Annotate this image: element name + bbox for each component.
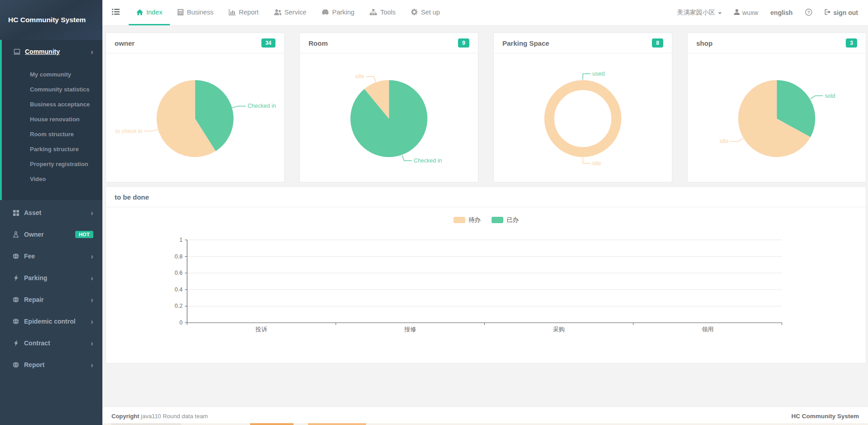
svg-text:to check in: to check in — [116, 128, 143, 134]
svg-text:领用: 领用 — [702, 326, 714, 333]
tab-label: Index — [146, 9, 162, 16]
shop-pie-chart: soldidle — [688, 53, 866, 182]
tab-business[interactable]: Business — [170, 0, 221, 25]
card-room: Room 9 Checked inidle — [299, 33, 478, 182]
bolt-icon — [12, 275, 20, 281]
sidebar-item-label: Fee — [24, 253, 35, 260]
bolt-icon — [12, 340, 20, 346]
chevron-right-icon: › — [91, 48, 93, 56]
caret-down-icon — [718, 12, 722, 14]
sidebar-subitem-parking-structure[interactable]: Parking structure — [2, 142, 102, 157]
bar-chart-icon — [229, 9, 236, 15]
svg-text:采购: 采购 — [553, 326, 565, 333]
language-switch[interactable]: english — [771, 9, 793, 16]
count-badge: 8 — [652, 38, 663, 48]
sidebar-item-report[interactable]: Report › — [0, 354, 102, 376]
svg-text:idle: idle — [720, 138, 729, 144]
stat-cards-row: owner 34 Checked into check in Room 9 Ch… — [106, 33, 866, 182]
gear-icon — [411, 9, 418, 15]
strip-segment — [308, 423, 366, 425]
grid-icon — [12, 210, 20, 216]
sidebar-subitem-business-acceptance[interactable]: Business acceptance — [2, 97, 102, 112]
sidebar-subitem-room-structure[interactable]: Room structure — [2, 127, 102, 142]
tab-report[interactable]: Report — [221, 0, 266, 25]
sidebar-item-owner[interactable]: Owner HOT — [0, 224, 102, 245]
chevron-right-icon: › — [91, 361, 93, 369]
user-menu[interactable]: wuxw — [734, 9, 758, 16]
sidebar-item-label: Owner — [24, 231, 44, 238]
chevron-right-icon: › — [91, 339, 93, 347]
card-owner: owner 34 Checked into check in — [106, 33, 285, 182]
sidebar-item-label: Parking — [24, 274, 47, 282]
legend-item-pending[interactable]: 待办 — [453, 216, 481, 224]
sidebar-section-community: Community › My community Community stati… — [0, 40, 102, 200]
laptop-icon — [13, 49, 21, 55]
question-circle-icon: ? — [805, 9, 812, 17]
globe-icon — [12, 296, 20, 303]
community-selector-label: 美满家园小区 — [677, 9, 715, 17]
todo-card: to be done 待办 已办 00.20.40.60.81投诉报修采购领用 — [106, 186, 866, 363]
community-submenu: My community Community statistics Busine… — [2, 63, 102, 188]
chevron-right-icon: › — [91, 209, 93, 217]
card-header: Parking Space 8 — [494, 33, 672, 53]
tab-label: Report — [239, 9, 259, 16]
todo-bar-chart: 00.20.40.60.81投诉报修采购领用 — [106, 225, 866, 361]
sidebar-item-epidemic-control[interactable]: Epidemic control › — [0, 310, 102, 332]
sidebar-item-repair[interactable]: Repair › — [0, 289, 102, 310]
svg-text:idle: idle — [356, 73, 365, 80]
card-header: Room 9 — [300, 33, 478, 53]
community-selector[interactable]: 美满家园小区 — [677, 9, 722, 17]
globe-icon — [12, 318, 20, 325]
sidebar-item-parking[interactable]: Parking › — [0, 267, 102, 289]
parking-donut-chart: usedidle — [494, 53, 672, 182]
svg-text:0.8: 0.8 — [175, 253, 183, 260]
svg-text:报修: 报修 — [404, 326, 416, 333]
legend-item-done[interactable]: 已办 — [492, 216, 519, 224]
tab-index[interactable]: Index — [129, 0, 170, 25]
room-pie-chart: Checked inidle — [300, 53, 478, 182]
sidebar: HC Community System Community › My commu… — [0, 0, 102, 425]
sidebar-item-community[interactable]: Community › — [2, 40, 102, 63]
chevron-right-icon: › — [91, 296, 93, 304]
sidebar-nav: Community › My community Community stati… — [0, 40, 102, 376]
sidebar-item-asset[interactable]: Asset › — [0, 202, 102, 224]
main-content: owner 34 Checked into check in Room 9 Ch… — [102, 26, 868, 406]
footer-brand: HC Community System — [791, 413, 859, 420]
list-menu-icon — [112, 9, 120, 17]
tab-set-up[interactable]: Set up — [403, 0, 448, 25]
sidebar-item-fee[interactable]: Fee › — [0, 245, 102, 267]
sidebar-item-label: Contract — [24, 339, 50, 347]
svg-text:used: used — [593, 71, 605, 77]
sidebar-subitem-video[interactable]: Video — [2, 172, 102, 186]
chevron-right-icon: › — [91, 318, 93, 325]
sidebar-subitem-house-renovation[interactable]: House renovation — [2, 112, 102, 127]
sidebar-item-label: Report — [24, 361, 44, 368]
legend-swatch — [453, 217, 465, 223]
menu-toggle-button[interactable] — [102, 0, 129, 25]
help-button[interactable]: ? — [805, 9, 812, 17]
sidebar-subitem-property-registration[interactable]: Property registration — [2, 157, 102, 172]
card-parking-space: Parking Space 8 usedidle — [493, 33, 672, 182]
chevron-right-icon: › — [91, 253, 93, 260]
user-outline-icon — [12, 231, 20, 238]
svg-text:0: 0 — [179, 320, 183, 326]
username: wuxw — [743, 9, 758, 16]
sign-out-button[interactable]: sign out — [825, 9, 858, 16]
sidebar-subitem-my-community[interactable]: My community — [2, 67, 102, 82]
svg-text:Checked in: Checked in — [414, 158, 442, 164]
svg-text:?: ? — [807, 10, 810, 14]
hot-badge: HOT — [75, 231, 93, 238]
sidebar-subitem-community-statistics[interactable]: Community statistics — [2, 82, 102, 97]
sign-out-label: sign out — [834, 9, 858, 16]
globe-icon — [12, 362, 20, 368]
tab-tools[interactable]: Tools — [362, 0, 403, 25]
tab-service[interactable]: Service — [266, 0, 314, 25]
card-header: owner 34 — [106, 33, 284, 53]
card-title: Parking Space — [502, 39, 549, 47]
sidebar-item-contract[interactable]: Contract › — [0, 332, 102, 354]
globe-icon — [12, 253, 20, 259]
strip-segment — [250, 423, 294, 425]
tab-parking[interactable]: Parking — [314, 0, 362, 25]
users-icon — [274, 9, 281, 15]
calculator-icon — [178, 9, 183, 15]
